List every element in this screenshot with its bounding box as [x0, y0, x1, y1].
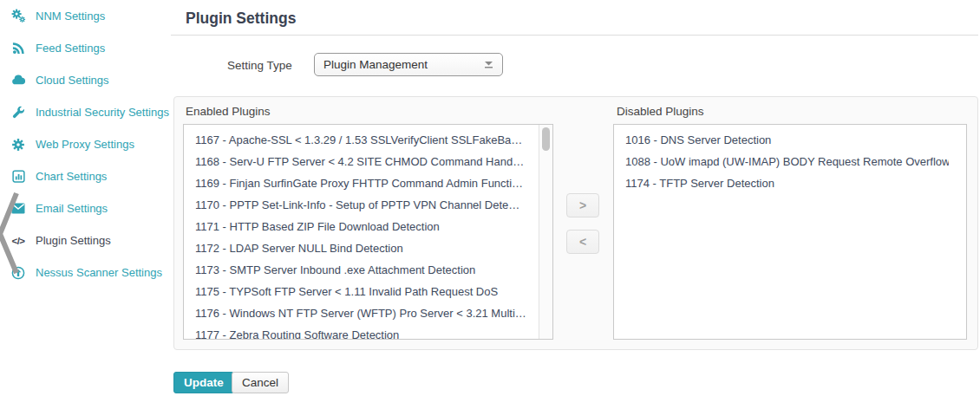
sidebar-item-label: Web Proxy Settings [36, 138, 134, 151]
setting-type-value: Plugin Management [323, 58, 428, 71]
sidebar-item-label: Email Settings [36, 202, 108, 215]
setting-type-select[interactable]: Plugin Management [314, 53, 503, 76]
wrench-icon [10, 105, 26, 120]
transfer-buttons: > < [566, 193, 599, 254]
sidebar-item-web-proxy-settings[interactable]: Web Proxy Settings [0, 128, 171, 160]
plugin-settings-page: Plugin Settings Setting Type Plugin Mana… [171, 0, 980, 396]
list-item[interactable]: 1170 - PPTP Set-Link-Info - Setup of PPT… [195, 194, 535, 216]
cloud-icon [10, 73, 26, 88]
disabled-plugins-listbox[interactable]: 1016 - DNS Server Detection 1088 - UoW i… [613, 124, 967, 340]
sidebar-item-label: Nessus Scanner Settings [36, 266, 162, 279]
sidebar-item-label: NNM Settings [36, 10, 105, 23]
sidebar-item-chart-settings[interactable]: Chart Settings [0, 160, 171, 192]
move-to-disabled-button[interactable]: > [566, 193, 599, 217]
gears-icon [10, 9, 26, 23]
move-to-enabled-button[interactable]: < [566, 230, 599, 254]
sidebar-item-cloud-settings[interactable]: Cloud Settings [0, 64, 171, 96]
list-item[interactable]: 1176 - Windows NT FTP Server (WFTP) Pro … [195, 302, 535, 324]
sidebar-item-label: Plugin Settings [36, 234, 111, 247]
rss-icon [10, 41, 26, 55]
sidebar-item-nessus-scanner-settings[interactable]: Nessus Scanner Settings [0, 256, 171, 289]
gear-icon [10, 137, 26, 152]
update-button[interactable]: Update [173, 372, 234, 393]
enabled-plugins-listbox[interactable]: 1167 - Apache-SSL < 1.3.29 / 1.53 SSLVer… [183, 124, 553, 340]
enabled-plugins-label: Enabled Plugins [186, 105, 271, 118]
scrollbar-thumb[interactable] [542, 127, 550, 151]
sidebar-item-nnm-settings[interactable]: NNM Settings [0, 0, 171, 32]
list-item[interactable]: 1088 - UoW imapd (UW-IMAP) BODY Request … [625, 151, 949, 172]
list-item[interactable]: 1173 - SMTP Server Inbound .exe Attachme… [195, 259, 535, 281]
sidebar-item-label: Industrial Security Settings [36, 106, 169, 119]
list-item[interactable]: 1169 - Finjan SurfinGate Proxy FHTTP Com… [195, 172, 535, 194]
sidebar-item-industrial-security-settings[interactable]: Industrial Security Settings [0, 96, 171, 128]
title-divider [171, 35, 978, 36]
scrollbar-track[interactable] [539, 125, 552, 339]
list-item[interactable]: 1167 - Apache-SSL < 1.3.29 / 1.53 SSLVer… [195, 129, 535, 151]
setting-type-label: Setting Type [227, 59, 292, 72]
sidebar-item-feed-settings[interactable]: Feed Settings [0, 32, 171, 64]
chevron-left-icon: < [579, 236, 586, 248]
bar-chart-icon [10, 169, 26, 184]
sidebar-item-label: Chart Settings [36, 170, 107, 183]
list-item[interactable]: 1168 - Serv-U FTP Server < 4.2 SITE CHMO… [195, 151, 535, 172]
page-title: Plugin Settings [186, 10, 296, 28]
chevron-down-icon [484, 58, 493, 71]
list-item[interactable]: 1177 - Zebra Routing Software Detection [195, 324, 535, 340]
plugin-management-panel: Enabled Plugins Disabled Plugins 1167 - … [173, 96, 978, 350]
enabled-plugins-list: 1167 - Apache-SSL < 1.3.29 / 1.53 SSLVer… [184, 125, 552, 340]
sidebar-collapse-chevron-icon[interactable] [0, 191, 19, 279]
list-item[interactable]: 1172 - LDAP Server NULL Bind Detection [195, 237, 535, 259]
sidebar-item-plugin-settings[interactable]: </> Plugin Settings [0, 224, 171, 256]
sidebar-item-email-settings[interactable]: Email Settings [0, 192, 171, 224]
disabled-plugins-list: 1016 - DNS Server Detection 1088 - UoW i… [614, 125, 966, 194]
sidebar-item-label: Feed Settings [36, 42, 105, 55]
disabled-plugins-label: Disabled Plugins [617, 105, 704, 118]
sidebar-item-label: Cloud Settings [36, 74, 109, 87]
cancel-button[interactable]: Cancel [232, 372, 289, 393]
list-item[interactable]: 1016 - DNS Server Detection [625, 129, 949, 151]
chevron-right-icon: > [579, 199, 586, 211]
settings-sidebar: NNM Settings Feed Settings Cloud Setting… [0, 0, 171, 396]
list-item[interactable]: 1174 - TFTP Server Detection [625, 172, 949, 194]
list-item[interactable]: 1175 - TYPSoft FTP Server < 1.11 Invalid… [195, 281, 535, 302]
list-item[interactable]: 1171 - HTTP Based ZIP File Download Dete… [195, 216, 535, 237]
